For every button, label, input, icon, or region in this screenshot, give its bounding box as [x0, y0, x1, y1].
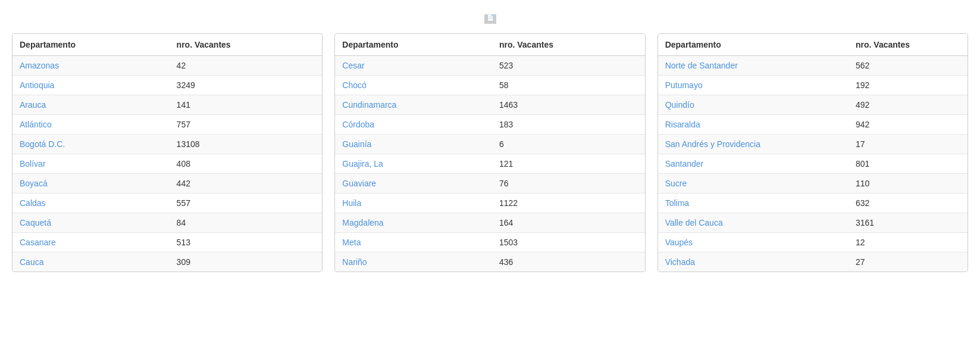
vacantes-cell: 757 [170, 115, 323, 135]
vacantes-cell: 557 [170, 194, 323, 213]
dept-cell[interactable]: Meta [335, 233, 492, 252]
table-row: San Andrés y Providencia17 [658, 135, 968, 154]
table-row: Amazonas42 [12, 56, 322, 76]
dept-cell[interactable]: Guajira, La [335, 154, 492, 174]
dept-cell[interactable]: Guainía [335, 135, 492, 154]
table-1-header-row: Departamento nro. Vacantes [12, 34, 322, 56]
vacantes-cell: 513 [170, 233, 323, 252]
table-row: Vichada27 [658, 252, 968, 272]
table-1-col-vacantes: nro. Vacantes [170, 34, 323, 56]
dept-cell[interactable]: Cundinamarca [335, 95, 492, 115]
vacantes-cell: 13108 [170, 135, 323, 154]
dept-cell[interactable]: Magdalena [335, 213, 492, 233]
dept-cell[interactable]: Risaralda [658, 115, 849, 135]
vacantes-cell: 192 [849, 76, 968, 95]
dept-cell[interactable]: Casanare [12, 233, 170, 252]
table-3-header-row: Departamento nro. Vacantes [658, 34, 968, 56]
table-2: Departamento nro. Vacantes Cesar523Chocó… [335, 34, 644, 272]
table-row: Atlántico757 [12, 115, 322, 135]
vacantes-cell: 27 [849, 252, 968, 272]
dept-cell[interactable]: San Andrés y Providencia [658, 135, 849, 154]
dept-cell[interactable]: Córdoba [335, 115, 492, 135]
vacantes-cell: 492 [849, 95, 968, 115]
vacantes-cell: 42 [170, 56, 323, 76]
table-row: Chocó58 [335, 76, 644, 95]
dept-cell[interactable]: Arauca [12, 95, 170, 115]
vacantes-cell: 436 [492, 252, 645, 272]
table-row: Guainía6 [335, 135, 644, 154]
dept-cell[interactable]: Vaupés [658, 233, 849, 252]
table-3-col-dept: Departamento [658, 34, 849, 56]
dept-cell[interactable]: Guaviare [335, 174, 492, 194]
vacantes-cell: 632 [849, 194, 968, 213]
tables-wrapper: Departamento nro. Vacantes Amazonas42Ant… [12, 33, 968, 272]
table-row: Boyacá442 [12, 174, 322, 194]
table-3: Departamento nro. Vacantes Norte de Sant… [658, 34, 968, 272]
table-3-col-vacantes: nro. Vacantes [849, 34, 968, 56]
table-row: Cundinamarca1463 [335, 95, 644, 115]
table-row: Magdalena164 [335, 213, 644, 233]
table-2-col-dept: Departamento [335, 34, 492, 56]
vacantes-cell: 562 [849, 56, 968, 76]
dept-cell[interactable]: Chocó [335, 76, 492, 95]
dept-cell[interactable]: Caldas [12, 194, 170, 213]
table-row: Cauca309 [12, 252, 322, 272]
logo-icon: 📄 [484, 14, 496, 24]
vacantes-cell: 1122 [492, 194, 645, 213]
dept-cell[interactable]: Tolima [658, 194, 849, 213]
table-1-container: Departamento nro. Vacantes Amazonas42Ant… [12, 33, 323, 272]
vacantes-cell: 6 [492, 135, 645, 154]
table-1: Departamento nro. Vacantes Amazonas42Ant… [12, 34, 322, 272]
dept-cell[interactable]: Quindío [658, 95, 849, 115]
vacantes-cell: 1503 [492, 233, 645, 252]
table-row: Córdoba183 [335, 115, 644, 135]
table-row: Santander801 [658, 154, 968, 174]
table-row: Valle del Cauca3161 [658, 213, 968, 233]
table-row: Cesar523 [335, 56, 644, 76]
table-row: Antioquia3249 [12, 76, 322, 95]
table-row: Caquetá84 [12, 213, 322, 233]
vacantes-cell: 3161 [849, 213, 968, 233]
dept-cell[interactable]: Cauca [12, 252, 170, 272]
vacantes-cell: 1463 [492, 95, 645, 115]
dept-cell[interactable]: Valle del Cauca [658, 213, 849, 233]
dept-cell[interactable]: Bogotá D.C. [12, 135, 170, 154]
dept-cell[interactable]: Huila [335, 194, 492, 213]
table-row: Arauca141 [12, 95, 322, 115]
table-row: Bogotá D.C.13108 [12, 135, 322, 154]
table-row: Nariño436 [335, 252, 644, 272]
dept-cell[interactable]: Caquetá [12, 213, 170, 233]
logo-area: 📄 [12, 12, 968, 24]
table-2-col-vacantes: nro. Vacantes [492, 34, 645, 56]
dept-cell[interactable]: Bolívar [12, 154, 170, 174]
dept-cell[interactable]: Amazonas [12, 56, 170, 76]
table-row: Sucre110 [658, 174, 968, 194]
dept-cell[interactable]: Antioquia [12, 76, 170, 95]
table-1-col-dept: Departamento [12, 34, 170, 56]
table-row: Huila1122 [335, 194, 644, 213]
dept-cell[interactable]: Cesar [335, 56, 492, 76]
table-2-header-row: Departamento nro. Vacantes [335, 34, 644, 56]
table-row: Caldas557 [12, 194, 322, 213]
vacantes-cell: 183 [492, 115, 645, 135]
vacantes-cell: 3249 [170, 76, 323, 95]
dept-cell[interactable]: Vichada [658, 252, 849, 272]
vacantes-cell: 408 [170, 154, 323, 174]
dept-cell[interactable]: Santander [658, 154, 849, 174]
table-3-container: Departamento nro. Vacantes Norte de Sant… [657, 33, 968, 272]
dept-cell[interactable]: Putumayo [658, 76, 849, 95]
table-row: Guajira, La121 [335, 154, 644, 174]
dept-cell[interactable]: Atlántico [12, 115, 170, 135]
table-2-container: Departamento nro. Vacantes Cesar523Chocó… [334, 33, 645, 272]
dept-cell[interactable]: Sucre [658, 174, 849, 194]
vacantes-cell: 58 [492, 76, 645, 95]
vacantes-cell: 942 [849, 115, 968, 135]
dept-cell[interactable]: Norte de Santander [658, 56, 849, 76]
table-row: Vaupés12 [658, 233, 968, 252]
dept-cell[interactable]: Boyacá [12, 174, 170, 194]
vacantes-cell: 309 [170, 252, 323, 272]
dept-cell[interactable]: Nariño [335, 252, 492, 272]
table-row: Quindío492 [658, 95, 968, 115]
table-row: Tolima632 [658, 194, 968, 213]
vacantes-cell: 76 [492, 174, 645, 194]
